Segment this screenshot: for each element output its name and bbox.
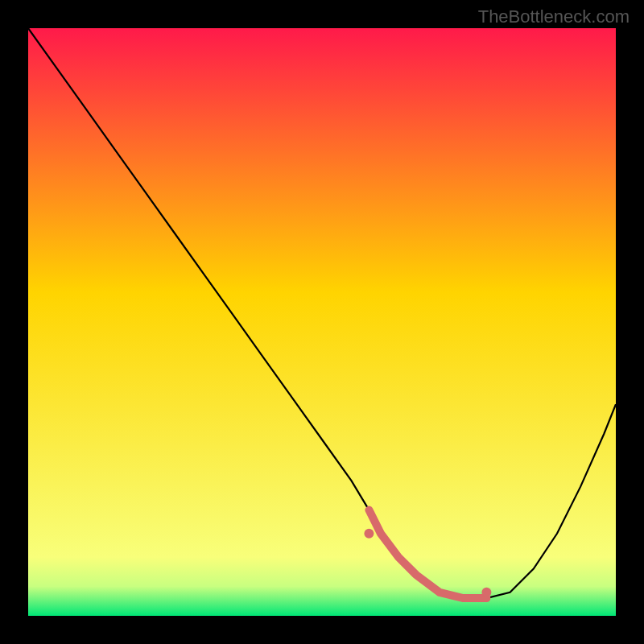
watermark-text: TheBottleneck.com <box>478 6 630 27</box>
chart-background <box>28 28 616 616</box>
optimal-range-marker <box>364 529 374 539</box>
bottleneck-chart <box>28 28 616 616</box>
optimal-range-marker <box>481 588 491 597</box>
